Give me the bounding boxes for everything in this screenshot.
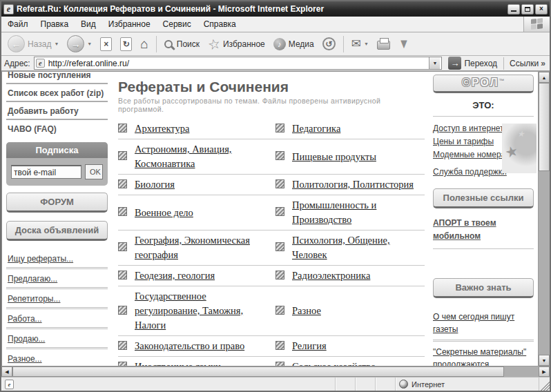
menu-file[interactable]: Файл xyxy=(1,17,35,32)
menu-tools[interactable]: Сервис xyxy=(157,17,197,32)
board-button[interactable]: Доска объявлений xyxy=(6,221,108,241)
address-input[interactable] xyxy=(47,58,429,69)
search-button[interactable]: Поиск xyxy=(162,38,202,50)
browser-window: e Referat.Ru: Коллекция Рефератов и Сочи… xyxy=(0,0,551,392)
back-dropdown-icon[interactable]: ▼ xyxy=(54,41,59,46)
scroll-right-icon[interactable]: ▶ xyxy=(539,366,550,377)
sidebar-link-seek-referats[interactable]: Ищу рефераты... xyxy=(6,249,108,269)
email-field[interactable] xyxy=(11,165,81,179)
category-link[interactable]: Государственное регулирование, Таможня, … xyxy=(135,291,243,331)
horizontal-scrollbar[interactable]: ◀ ▶ xyxy=(1,366,550,377)
forum-button[interactable]: ФОРУМ xyxy=(6,193,108,213)
links-button[interactable]: Ссылки » xyxy=(503,57,547,70)
forward-button[interactable]: → ▼ xyxy=(65,34,94,54)
category-link[interactable]: Сельское хозяйство xyxy=(292,361,376,366)
print-button[interactable] xyxy=(375,37,392,51)
back-button[interactable]: ← Назад ▼ xyxy=(6,34,61,54)
category-icon xyxy=(118,341,127,350)
minimize-icon xyxy=(511,10,516,12)
favorites-button[interactable]: ☆ Избранное xyxy=(206,36,267,52)
maximize-button[interactable] xyxy=(521,4,534,14)
stop-button[interactable]: × xyxy=(98,36,114,52)
category-link[interactable]: Военное дело xyxy=(135,207,193,218)
favorites-label: Избранное xyxy=(223,39,265,49)
category-link[interactable]: Геодезия, геология xyxy=(135,270,215,281)
menu-favorites[interactable]: Избранное xyxy=(102,17,157,32)
aport-link[interactable]: АПОРТ в твоем мобильном xyxy=(433,217,534,243)
menu-view[interactable]: Вид xyxy=(75,17,102,32)
category-link[interactable]: Политология, Политистория xyxy=(292,179,414,190)
category-link[interactable]: Радиоэлектроника xyxy=(292,270,370,281)
resize-grip[interactable] xyxy=(539,378,550,391)
history-button[interactable]: ↺ xyxy=(320,36,338,52)
sidebar-link-misc[interactable]: Разное... xyxy=(6,349,108,366)
messenger-button[interactable]: ▼ xyxy=(396,37,412,51)
sidebar-item-add-work[interactable]: Добавить работу xyxy=(6,102,108,120)
category-row: Иностранные языки Сельское хозяйство xyxy=(118,357,425,366)
mail-dropdown-icon[interactable]: ▼ xyxy=(364,41,369,46)
subscribe-ok-button[interactable]: OK xyxy=(85,164,103,179)
vertical-scroll-thumb[interactable] xyxy=(539,83,550,171)
category-link[interactable]: Астрономия, Авиация, Космонавтика xyxy=(135,144,231,169)
news-link-papers[interactable]: О чем сегодня пишут газеты xyxy=(433,306,534,342)
horizontal-scroll-thumb[interactable] xyxy=(12,366,504,377)
scroll-down-icon[interactable]: ▼ xyxy=(539,355,550,366)
vertical-scroll-track[interactable] xyxy=(539,171,550,355)
media-button[interactable]: ♪ Медиа xyxy=(271,37,316,52)
category-link[interactable]: Промышленность и Производство xyxy=(292,199,376,225)
category-icon xyxy=(276,306,284,315)
menu-help[interactable]: Справка xyxy=(197,17,242,32)
category-icon xyxy=(276,124,284,133)
sidebar-item-new-arrivals[interactable]: Новые поступления xyxy=(6,72,108,84)
close-button[interactable]: × xyxy=(535,4,548,14)
minimize-button[interactable] xyxy=(508,4,520,14)
category-link[interactable]: Архитектура xyxy=(135,123,189,134)
category-link[interactable]: Педагогика xyxy=(292,123,340,134)
useful-links-header[interactable]: Полезные ссылки xyxy=(433,188,534,208)
go-button[interactable]: → Переход xyxy=(445,57,500,70)
go-arrow-icon: → xyxy=(448,57,461,70)
windows-logo xyxy=(523,17,550,32)
back-icon: ← xyxy=(8,35,25,52)
mail-button[interactable]: ✉ ▼ xyxy=(349,37,371,51)
sidebar-item-faq[interactable]: ЧАВО (FAQ) xyxy=(6,120,108,137)
refresh-button[interactable]: ↻ xyxy=(118,36,134,52)
sidebar-link-sell[interactable]: Продаю... xyxy=(6,329,108,349)
forward-dropdown-icon[interactable]: ▼ xyxy=(87,41,92,46)
mail-icon: ✉ xyxy=(351,38,361,50)
status-zone-label: Интернет xyxy=(412,380,445,389)
scroll-up-icon[interactable]: ▲ xyxy=(539,72,550,83)
history-icon: ↺ xyxy=(322,37,336,50)
address-dropdown-icon[interactable]: ▼ xyxy=(429,57,440,69)
category-icon xyxy=(118,207,127,216)
scroll-left-icon[interactable]: ◀ xyxy=(1,366,12,377)
sidebar-link-work[interactable]: Работа... xyxy=(6,309,108,329)
horizontal-scroll-track[interactable] xyxy=(504,366,539,377)
sidebar-link-tutors[interactable]: Репетиторы... xyxy=(6,289,108,309)
category-link[interactable]: Психология, Общение, Человек xyxy=(292,235,390,260)
vertical-scrollbar[interactable]: ▲ ▼ xyxy=(538,72,550,366)
category-link[interactable]: Пищевые продукты xyxy=(292,151,376,162)
sidebar-item-all-works-zip[interactable]: Список всех работ (zip) xyxy=(6,84,108,102)
standard-toolbar: ← Назад ▼ → ▼ × ↻ ⌂ Поиск ☆ Избранное ♪ … xyxy=(1,32,550,56)
address-bar: Адрес: e ▼ → Переход Ссылки » xyxy=(1,56,550,72)
important-header[interactable]: Важно знать xyxy=(433,278,534,298)
category-link[interactable]: Биология xyxy=(135,179,175,190)
rol-logo[interactable]: ©РОЛ™ xyxy=(433,75,534,93)
spacer xyxy=(433,255,534,274)
sidebar-link-offer[interactable]: Предлагаю... xyxy=(6,269,108,289)
category-link[interactable]: География, Экономическая география xyxy=(135,235,250,260)
menu-edit[interactable]: Правка xyxy=(35,17,75,32)
home-button[interactable]: ⌂ xyxy=(138,36,150,52)
left-sidebar: Новые поступления Список всех работ (zip… xyxy=(2,72,111,366)
subscription-title: Подписка xyxy=(6,142,108,158)
category-icon xyxy=(276,341,284,350)
address-field[interactable]: e ▼ xyxy=(34,57,443,70)
category-row: Геодезия, геология Радиоэлектроника xyxy=(118,266,425,286)
news-link-xfiles[interactable]: "Секретные материалы" продолжаются xyxy=(433,342,534,366)
eto-label: ЭТО: xyxy=(433,97,534,117)
category-link[interactable]: Разное xyxy=(292,305,321,316)
category-link[interactable]: Религия xyxy=(292,340,327,351)
category-link[interactable]: Законодательство и право xyxy=(135,340,244,351)
category-link[interactable]: Иностранные языки xyxy=(135,361,221,366)
